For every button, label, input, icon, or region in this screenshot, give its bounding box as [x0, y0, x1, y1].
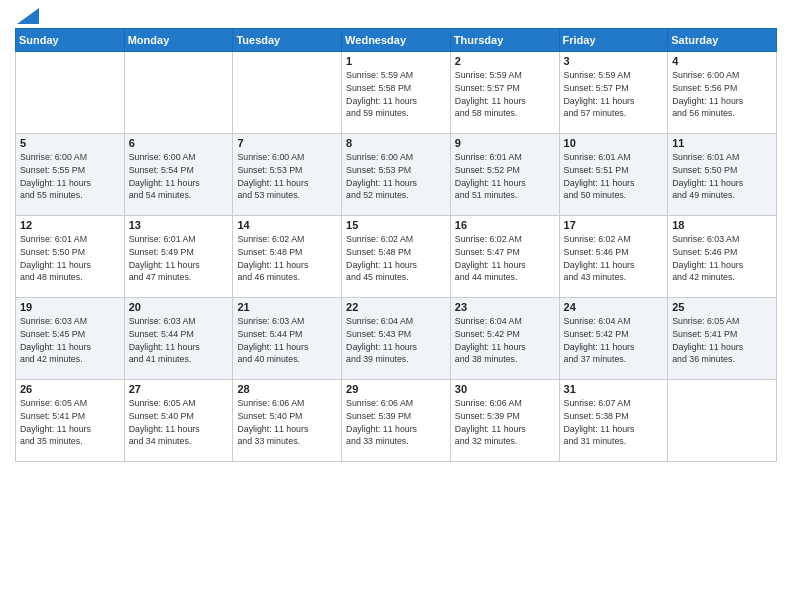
day-number: 14	[237, 219, 337, 231]
calendar-cell: 19Sunrise: 6:03 AM Sunset: 5:45 PM Dayli…	[16, 298, 125, 380]
calendar-cell: 2Sunrise: 5:59 AM Sunset: 5:57 PM Daylig…	[450, 52, 559, 134]
calendar-cell: 12Sunrise: 6:01 AM Sunset: 5:50 PM Dayli…	[16, 216, 125, 298]
calendar-cell: 30Sunrise: 6:06 AM Sunset: 5:39 PM Dayli…	[450, 380, 559, 462]
day-info: Sunrise: 6:06 AM Sunset: 5:39 PM Dayligh…	[455, 397, 555, 448]
calendar-week-row: 19Sunrise: 6:03 AM Sunset: 5:45 PM Dayli…	[16, 298, 777, 380]
day-info: Sunrise: 6:02 AM Sunset: 5:46 PM Dayligh…	[564, 233, 664, 284]
day-number: 30	[455, 383, 555, 395]
weekday-header-cell: Tuesday	[233, 29, 342, 52]
day-info: Sunrise: 6:00 AM Sunset: 5:56 PM Dayligh…	[672, 69, 772, 120]
weekday-header-cell: Sunday	[16, 29, 125, 52]
day-number: 20	[129, 301, 229, 313]
day-info: Sunrise: 6:00 AM Sunset: 5:53 PM Dayligh…	[237, 151, 337, 202]
calendar-week-row: 5Sunrise: 6:00 AM Sunset: 5:55 PM Daylig…	[16, 134, 777, 216]
calendar-week-row: 1Sunrise: 5:59 AM Sunset: 5:58 PM Daylig…	[16, 52, 777, 134]
calendar-table: SundayMondayTuesdayWednesdayThursdayFrid…	[15, 28, 777, 462]
day-number: 10	[564, 137, 664, 149]
calendar-cell: 13Sunrise: 6:01 AM Sunset: 5:49 PM Dayli…	[124, 216, 233, 298]
calendar-cell	[233, 52, 342, 134]
calendar-body: 1Sunrise: 5:59 AM Sunset: 5:58 PM Daylig…	[16, 52, 777, 462]
day-info: Sunrise: 6:03 AM Sunset: 5:45 PM Dayligh…	[20, 315, 120, 366]
day-info: Sunrise: 6:00 AM Sunset: 5:54 PM Dayligh…	[129, 151, 229, 202]
day-info: Sunrise: 5:59 AM Sunset: 5:58 PM Dayligh…	[346, 69, 446, 120]
calendar-week-row: 12Sunrise: 6:01 AM Sunset: 5:50 PM Dayli…	[16, 216, 777, 298]
calendar-cell: 29Sunrise: 6:06 AM Sunset: 5:39 PM Dayli…	[342, 380, 451, 462]
logo	[15, 10, 39, 20]
day-number: 11	[672, 137, 772, 149]
day-info: Sunrise: 6:02 AM Sunset: 5:48 PM Dayligh…	[346, 233, 446, 284]
day-info: Sunrise: 6:05 AM Sunset: 5:40 PM Dayligh…	[129, 397, 229, 448]
calendar-cell: 11Sunrise: 6:01 AM Sunset: 5:50 PM Dayli…	[668, 134, 777, 216]
day-info: Sunrise: 6:01 AM Sunset: 5:52 PM Dayligh…	[455, 151, 555, 202]
day-info: Sunrise: 6:04 AM Sunset: 5:42 PM Dayligh…	[455, 315, 555, 366]
day-info: Sunrise: 6:05 AM Sunset: 5:41 PM Dayligh…	[20, 397, 120, 448]
calendar-cell: 10Sunrise: 6:01 AM Sunset: 5:51 PM Dayli…	[559, 134, 668, 216]
day-info: Sunrise: 6:00 AM Sunset: 5:55 PM Dayligh…	[20, 151, 120, 202]
calendar-cell: 21Sunrise: 6:03 AM Sunset: 5:44 PM Dayli…	[233, 298, 342, 380]
calendar-cell: 16Sunrise: 6:02 AM Sunset: 5:47 PM Dayli…	[450, 216, 559, 298]
day-info: Sunrise: 6:04 AM Sunset: 5:42 PM Dayligh…	[564, 315, 664, 366]
weekday-header-cell: Monday	[124, 29, 233, 52]
day-number: 8	[346, 137, 446, 149]
day-number: 21	[237, 301, 337, 313]
calendar-cell: 9Sunrise: 6:01 AM Sunset: 5:52 PM Daylig…	[450, 134, 559, 216]
day-info: Sunrise: 6:02 AM Sunset: 5:48 PM Dayligh…	[237, 233, 337, 284]
day-info: Sunrise: 6:01 AM Sunset: 5:49 PM Dayligh…	[129, 233, 229, 284]
calendar-cell: 4Sunrise: 6:00 AM Sunset: 5:56 PM Daylig…	[668, 52, 777, 134]
weekday-header-row: SundayMondayTuesdayWednesdayThursdayFrid…	[16, 29, 777, 52]
day-number: 6	[129, 137, 229, 149]
calendar-cell: 23Sunrise: 6:04 AM Sunset: 5:42 PM Dayli…	[450, 298, 559, 380]
calendar-cell: 25Sunrise: 6:05 AM Sunset: 5:41 PM Dayli…	[668, 298, 777, 380]
day-number: 9	[455, 137, 555, 149]
day-number: 29	[346, 383, 446, 395]
day-info: Sunrise: 6:00 AM Sunset: 5:53 PM Dayligh…	[346, 151, 446, 202]
day-info: Sunrise: 6:06 AM Sunset: 5:39 PM Dayligh…	[346, 397, 446, 448]
calendar-cell: 18Sunrise: 6:03 AM Sunset: 5:46 PM Dayli…	[668, 216, 777, 298]
calendar-cell: 28Sunrise: 6:06 AM Sunset: 5:40 PM Dayli…	[233, 380, 342, 462]
day-info: Sunrise: 6:03 AM Sunset: 5:46 PM Dayligh…	[672, 233, 772, 284]
day-number: 4	[672, 55, 772, 67]
day-info: Sunrise: 5:59 AM Sunset: 5:57 PM Dayligh…	[564, 69, 664, 120]
day-info: Sunrise: 6:01 AM Sunset: 5:51 PM Dayligh…	[564, 151, 664, 202]
calendar-cell: 6Sunrise: 6:00 AM Sunset: 5:54 PM Daylig…	[124, 134, 233, 216]
day-info: Sunrise: 5:59 AM Sunset: 5:57 PM Dayligh…	[455, 69, 555, 120]
calendar-cell: 5Sunrise: 6:00 AM Sunset: 5:55 PM Daylig…	[16, 134, 125, 216]
day-number: 27	[129, 383, 229, 395]
day-number: 24	[564, 301, 664, 313]
day-number: 2	[455, 55, 555, 67]
calendar-cell: 7Sunrise: 6:00 AM Sunset: 5:53 PM Daylig…	[233, 134, 342, 216]
calendar-cell: 3Sunrise: 5:59 AM Sunset: 5:57 PM Daylig…	[559, 52, 668, 134]
day-info: Sunrise: 6:07 AM Sunset: 5:38 PM Dayligh…	[564, 397, 664, 448]
day-info: Sunrise: 6:03 AM Sunset: 5:44 PM Dayligh…	[237, 315, 337, 366]
day-number: 31	[564, 383, 664, 395]
calendar-cell: 15Sunrise: 6:02 AM Sunset: 5:48 PM Dayli…	[342, 216, 451, 298]
day-info: Sunrise: 6:01 AM Sunset: 5:50 PM Dayligh…	[20, 233, 120, 284]
day-info: Sunrise: 6:04 AM Sunset: 5:43 PM Dayligh…	[346, 315, 446, 366]
weekday-header-cell: Wednesday	[342, 29, 451, 52]
weekday-header-cell: Saturday	[668, 29, 777, 52]
calendar-cell: 17Sunrise: 6:02 AM Sunset: 5:46 PM Dayli…	[559, 216, 668, 298]
day-number: 7	[237, 137, 337, 149]
weekday-header-cell: Thursday	[450, 29, 559, 52]
calendar-cell	[124, 52, 233, 134]
day-number: 22	[346, 301, 446, 313]
calendar-cell: 8Sunrise: 6:00 AM Sunset: 5:53 PM Daylig…	[342, 134, 451, 216]
day-number: 28	[237, 383, 337, 395]
day-info: Sunrise: 6:01 AM Sunset: 5:50 PM Dayligh…	[672, 151, 772, 202]
day-number: 12	[20, 219, 120, 231]
day-info: Sunrise: 6:05 AM Sunset: 5:41 PM Dayligh…	[672, 315, 772, 366]
day-number: 17	[564, 219, 664, 231]
day-number: 15	[346, 219, 446, 231]
calendar-cell	[668, 380, 777, 462]
day-number: 23	[455, 301, 555, 313]
day-number: 18	[672, 219, 772, 231]
calendar-cell: 24Sunrise: 6:04 AM Sunset: 5:42 PM Dayli…	[559, 298, 668, 380]
calendar-page: SundayMondayTuesdayWednesdayThursdayFrid…	[0, 0, 792, 612]
logo-icon	[17, 8, 39, 24]
day-info: Sunrise: 6:02 AM Sunset: 5:47 PM Dayligh…	[455, 233, 555, 284]
calendar-cell: 22Sunrise: 6:04 AM Sunset: 5:43 PM Dayli…	[342, 298, 451, 380]
day-number: 25	[672, 301, 772, 313]
day-info: Sunrise: 6:03 AM Sunset: 5:44 PM Dayligh…	[129, 315, 229, 366]
weekday-header-cell: Friday	[559, 29, 668, 52]
day-number: 3	[564, 55, 664, 67]
